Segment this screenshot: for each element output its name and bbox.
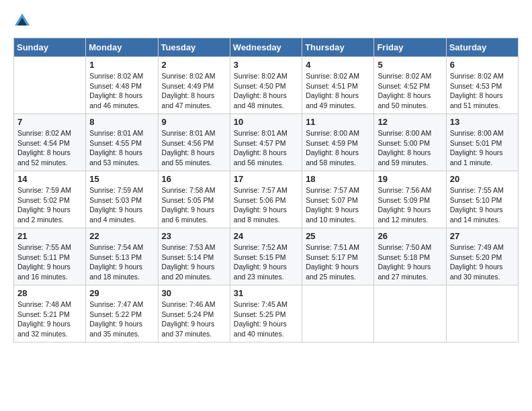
- day-info: Sunrise: 8:01 AMSunset: 4:55 PMDaylight:…: [89, 128, 154, 168]
- calendar-cell: 24Sunrise: 7:52 AMSunset: 5:15 PMDayligh…: [230, 228, 302, 285]
- calendar-cell: 19Sunrise: 7:56 AMSunset: 5:09 PMDayligh…: [374, 171, 446, 228]
- calendar-cell: 10Sunrise: 8:01 AMSunset: 4:57 PMDayligh…: [230, 114, 302, 171]
- logo-icon: [15, 13, 30, 26]
- day-number: 2: [162, 60, 226, 70]
- calendar-cell: 4Sunrise: 8:02 AMSunset: 4:51 PMDaylight…: [302, 57, 374, 114]
- day-info: Sunrise: 7:58 AMSunset: 5:05 PMDaylight:…: [162, 185, 226, 225]
- day-number: 25: [306, 231, 370, 241]
- calendar-cell: 23Sunrise: 7:53 AMSunset: 5:14 PMDayligh…: [158, 228, 230, 285]
- day-info: Sunrise: 7:51 AMSunset: 5:17 PMDaylight:…: [306, 242, 370, 282]
- day-info: Sunrise: 7:53 AMSunset: 5:14 PMDaylight:…: [162, 242, 226, 282]
- calendar-cell: 30Sunrise: 7:46 AMSunset: 5:24 PMDayligh…: [158, 285, 230, 342]
- header: [13, 13, 519, 27]
- day-info: Sunrise: 7:52 AMSunset: 5:15 PMDaylight:…: [234, 242, 298, 282]
- day-number: 5: [378, 60, 442, 70]
- week-row-5: 28Sunrise: 7:48 AMSunset: 5:21 PMDayligh…: [14, 285, 519, 342]
- day-info: Sunrise: 8:02 AMSunset: 4:54 PMDaylight:…: [17, 128, 82, 168]
- calendar-cell: 31Sunrise: 7:45 AMSunset: 5:25 PMDayligh…: [230, 285, 302, 342]
- day-number: 15: [89, 174, 154, 184]
- day-info: Sunrise: 8:02 AMSunset: 4:51 PMDaylight:…: [306, 71, 370, 111]
- calendar-cell: [302, 285, 374, 342]
- weekday-header-saturday: Saturday: [446, 38, 518, 57]
- calendar-cell: 17Sunrise: 7:57 AMSunset: 5:06 PMDayligh…: [230, 171, 302, 228]
- calendar-cell: [14, 57, 86, 114]
- calendar-cell: 6Sunrise: 8:02 AMSunset: 4:53 PMDaylight…: [446, 57, 518, 114]
- calendar-table: SundayMondayTuesdayWednesdayThursdayFrid…: [13, 38, 519, 342]
- day-info: Sunrise: 7:55 AMSunset: 5:10 PMDaylight:…: [450, 185, 515, 225]
- day-number: 17: [234, 174, 298, 184]
- calendar-cell: 14Sunrise: 7:59 AMSunset: 5:02 PMDayligh…: [14, 171, 86, 228]
- day-info: Sunrise: 7:46 AMSunset: 5:24 PMDaylight:…: [162, 300, 226, 339]
- calendar-cell: 26Sunrise: 7:50 AMSunset: 5:18 PMDayligh…: [374, 228, 446, 285]
- week-row-3: 14Sunrise: 7:59 AMSunset: 5:02 PMDayligh…: [14, 171, 519, 228]
- day-info: Sunrise: 7:57 AMSunset: 5:07 PMDaylight:…: [306, 185, 370, 225]
- weekday-header-thursday: Thursday: [302, 38, 374, 57]
- day-number: 8: [89, 117, 154, 127]
- day-number: 3: [234, 60, 298, 70]
- day-number: 9: [162, 117, 226, 127]
- day-info: Sunrise: 7:59 AMSunset: 5:02 PMDaylight:…: [17, 185, 82, 225]
- day-info: Sunrise: 7:47 AMSunset: 5:22 PMDaylight:…: [89, 300, 154, 339]
- calendar-cell: 1Sunrise: 8:02 AMSunset: 4:48 PMDaylight…: [86, 57, 158, 114]
- day-number: 23: [162, 231, 226, 241]
- calendar-cell: 12Sunrise: 8:00 AMSunset: 5:00 PMDayligh…: [374, 114, 446, 171]
- weekday-header-row: SundayMondayTuesdayWednesdayThursdayFrid…: [14, 38, 519, 57]
- calendar-cell: 15Sunrise: 7:59 AMSunset: 5:03 PMDayligh…: [86, 171, 158, 228]
- day-number: 4: [306, 60, 370, 70]
- day-number: 21: [17, 231, 82, 241]
- calendar-cell: [374, 285, 446, 342]
- day-number: 16: [162, 174, 226, 184]
- calendar-cell: 8Sunrise: 8:01 AMSunset: 4:55 PMDaylight…: [86, 114, 158, 171]
- calendar-cell: 16Sunrise: 7:58 AMSunset: 5:05 PMDayligh…: [158, 171, 230, 228]
- weekday-header-wednesday: Wednesday: [230, 38, 302, 57]
- calendar-cell: 18Sunrise: 7:57 AMSunset: 5:07 PMDayligh…: [302, 171, 374, 228]
- logo: [13, 13, 30, 27]
- day-info: Sunrise: 8:00 AMSunset: 4:59 PMDaylight:…: [306, 128, 370, 168]
- week-row-2: 7Sunrise: 8:02 AMSunset: 4:54 PMDaylight…: [14, 114, 519, 171]
- day-info: Sunrise: 7:56 AMSunset: 5:09 PMDaylight:…: [378, 185, 442, 225]
- day-info: Sunrise: 8:00 AMSunset: 5:01 PMDaylight:…: [450, 128, 515, 168]
- weekday-header-friday: Friday: [374, 38, 446, 57]
- day-info: Sunrise: 7:57 AMSunset: 5:06 PMDaylight:…: [234, 185, 298, 225]
- calendar-cell: [446, 285, 518, 342]
- calendar-cell: 28Sunrise: 7:48 AMSunset: 5:21 PMDayligh…: [14, 285, 86, 342]
- day-number: 22: [89, 231, 154, 241]
- day-info: Sunrise: 7:48 AMSunset: 5:21 PMDaylight:…: [17, 300, 82, 339]
- day-info: Sunrise: 8:02 AMSunset: 4:53 PMDaylight:…: [450, 71, 515, 111]
- day-info: Sunrise: 8:00 AMSunset: 5:00 PMDaylight:…: [378, 128, 442, 168]
- calendar-cell: 25Sunrise: 7:51 AMSunset: 5:17 PMDayligh…: [302, 228, 374, 285]
- calendar-cell: 7Sunrise: 8:02 AMSunset: 4:54 PMDaylight…: [14, 114, 86, 171]
- day-number: 20: [450, 174, 515, 184]
- weekday-header-tuesday: Tuesday: [158, 38, 230, 57]
- calendar-cell: 27Sunrise: 7:49 AMSunset: 5:20 PMDayligh…: [446, 228, 518, 285]
- day-number: 26: [378, 231, 442, 241]
- day-number: 29: [89, 288, 154, 298]
- calendar-cell: 29Sunrise: 7:47 AMSunset: 5:22 PMDayligh…: [86, 285, 158, 342]
- day-number: 10: [234, 117, 298, 127]
- day-info: Sunrise: 8:01 AMSunset: 4:57 PMDaylight:…: [234, 128, 298, 168]
- week-row-1: 1Sunrise: 8:02 AMSunset: 4:48 PMDaylight…: [14, 57, 519, 114]
- day-number: 7: [17, 117, 82, 127]
- day-number: 12: [378, 117, 442, 127]
- day-info: Sunrise: 7:50 AMSunset: 5:18 PMDaylight:…: [378, 242, 442, 282]
- day-number: 30: [162, 288, 226, 298]
- calendar-cell: 3Sunrise: 8:02 AMSunset: 4:50 PMDaylight…: [230, 57, 302, 114]
- day-info: Sunrise: 7:55 AMSunset: 5:11 PMDaylight:…: [17, 242, 82, 282]
- day-number: 1: [89, 60, 154, 70]
- day-info: Sunrise: 7:45 AMSunset: 5:25 PMDaylight:…: [234, 300, 298, 339]
- weekday-header-sunday: Sunday: [14, 38, 86, 57]
- weekday-header-monday: Monday: [86, 38, 158, 57]
- day-info: Sunrise: 8:02 AMSunset: 4:48 PMDaylight:…: [89, 71, 154, 111]
- day-number: 13: [450, 117, 515, 127]
- day-info: Sunrise: 7:54 AMSunset: 5:13 PMDaylight:…: [89, 242, 154, 282]
- calendar-cell: 9Sunrise: 8:01 AMSunset: 4:56 PMDaylight…: [158, 114, 230, 171]
- calendar-cell: 22Sunrise: 7:54 AMSunset: 5:13 PMDayligh…: [86, 228, 158, 285]
- calendar-cell: 11Sunrise: 8:00 AMSunset: 4:59 PMDayligh…: [302, 114, 374, 171]
- day-number: 14: [17, 174, 82, 184]
- day-info: Sunrise: 8:02 AMSunset: 4:52 PMDaylight:…: [378, 71, 442, 111]
- day-info: Sunrise: 7:49 AMSunset: 5:20 PMDaylight:…: [450, 242, 515, 282]
- calendar-cell: 20Sunrise: 7:55 AMSunset: 5:10 PMDayligh…: [446, 171, 518, 228]
- calendar-cell: 2Sunrise: 8:02 AMSunset: 4:49 PMDaylight…: [158, 57, 230, 114]
- day-info: Sunrise: 8:01 AMSunset: 4:56 PMDaylight:…: [162, 128, 226, 168]
- day-info: Sunrise: 8:02 AMSunset: 4:49 PMDaylight:…: [162, 71, 226, 111]
